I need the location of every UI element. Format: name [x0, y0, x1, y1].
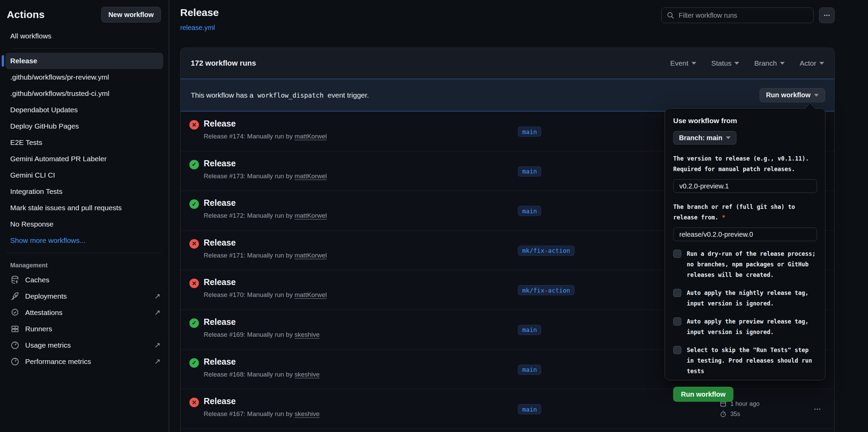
- sidebar-item-trusted-ci[interactable]: .github/workflows/trusted-ci.yml: [5, 85, 163, 102]
- version-input-label: The version to release (e.g., v0.1.11). …: [673, 153, 817, 175]
- new-workflow-button[interactable]: New workflow: [101, 7, 161, 22]
- run-subtitle: Release #174: Manually run by mattKorwel: [204, 133, 327, 140]
- success-icon: [189, 358, 199, 368]
- run-workflow-popover: Use workflow from Branch: main The versi…: [665, 108, 826, 380]
- run-title[interactable]: Release: [204, 238, 236, 248]
- preview-tag-option: Auto apply the preview release tag, inpu…: [673, 316, 817, 337]
- sidebar-item-integration-tests[interactable]: Integration Tests: [5, 183, 163, 200]
- run-title[interactable]: Release: [204, 317, 236, 327]
- actor-link[interactable]: mattKorwel: [294, 172, 327, 180]
- run-subtitle: Release #168: Manually run by skeshive: [204, 371, 320, 378]
- verified-icon: [10, 308, 20, 317]
- checkbox-label[interactable]: Auto apply the preview release tag, inpu…: [687, 316, 817, 337]
- actor-filter-dropdown[interactable]: Actor: [800, 59, 824, 67]
- sidebar-item-pr-review[interactable]: .github/workflows/pr-review.yml: [5, 69, 163, 85]
- run-duration: 35s: [730, 411, 740, 418]
- run-title[interactable]: Release: [204, 357, 236, 367]
- actor-link[interactable]: skeshive: [294, 410, 320, 417]
- actor-link[interactable]: skeshive: [294, 371, 320, 378]
- checkbox-label[interactable]: Run a dry-run of the release process; no…: [687, 249, 817, 280]
- sidebar-item-deploy-github-pages[interactable]: Deploy GitHub Pages: [5, 118, 163, 134]
- sidebar-item-gemini-cli-ci[interactable]: Gemini CLI CI: [5, 167, 163, 183]
- external-link-icon: ↗: [154, 341, 160, 350]
- branch-pill[interactable]: main: [518, 206, 541, 216]
- branch-pill[interactable]: mk/fix-action: [518, 246, 575, 256]
- runs-list-header: 172 workflow runs Event Status Branch Ac…: [181, 48, 834, 79]
- stopwatch-icon: [719, 410, 727, 418]
- workflow-file-link[interactable]: release.yml: [180, 24, 215, 32]
- run-kebab-menu-button[interactable]: [808, 404, 827, 414]
- checkbox-label[interactable]: Select to skip the "Run Tests" step in t…: [687, 345, 817, 377]
- ref-input[interactable]: [673, 228, 817, 241]
- branch-pill[interactable]: main: [518, 365, 541, 375]
- filter-workflow-runs-input[interactable]: [662, 8, 813, 23]
- branch-pill[interactable]: main: [518, 127, 541, 137]
- chevron-down-icon: [726, 136, 731, 139]
- dry-run-checkbox[interactable]: [673, 250, 681, 258]
- kebab-icon: [813, 405, 821, 413]
- run-title[interactable]: Release: [204, 396, 236, 406]
- meter-icon: [10, 357, 20, 366]
- run-meta: 1 hour ago 35s: [719, 399, 760, 419]
- sidebar-item-runners[interactable]: Runners: [0, 321, 169, 337]
- popover-title: Use workflow from: [673, 117, 817, 125]
- sidebar-item-gemini-pr-labeler[interactable]: Gemini Automated PR Labeler: [5, 151, 163, 167]
- sidebar-item-label: Deployments: [25, 292, 149, 300]
- actions-sidebar: Actions New workflow All workflows Relea…: [0, 0, 169, 432]
- management-section-label: Management: [0, 257, 169, 272]
- branch-pill[interactable]: main: [518, 166, 541, 177]
- run-title[interactable]: Release: [204, 198, 236, 208]
- external-link-icon: ↗: [154, 292, 160, 301]
- nightly-tag-checkbox[interactable]: [673, 289, 681, 297]
- branch-pill[interactable]: main: [518, 325, 541, 335]
- sidebar-item-release[interactable]: Release: [5, 53, 163, 69]
- sidebar-item-all-workflows[interactable]: All workflows: [5, 28, 163, 44]
- sidebar-item-attestations[interactable]: Attestations ↗: [0, 304, 169, 321]
- skip-tests-option: Select to skip the "Run Tests" step in t…: [673, 345, 817, 377]
- actor-link[interactable]: mattKorwel: [294, 252, 327, 259]
- run-subtitle: Release #173: Manually run by mattKorwel: [204, 172, 327, 180]
- sidebar-item-dependabot-updates[interactable]: Dependabot Updates: [5, 102, 163, 118]
- branch-pill[interactable]: main: [518, 404, 541, 414]
- sidebar-item-caches[interactable]: Caches: [0, 272, 169, 288]
- sidebar-item-label: Attestations: [25, 309, 149, 317]
- run-workflow-dropdown-button[interactable]: Run workflow: [760, 88, 825, 102]
- sidebar-item-performance-metrics[interactable]: Performance metrics ↗: [0, 353, 169, 370]
- actor-link[interactable]: mattKorwel: [294, 133, 327, 140]
- actor-link[interactable]: mattKorwel: [294, 291, 327, 298]
- preview-tag-checkbox[interactable]: [673, 317, 681, 326]
- status-filter-dropdown[interactable]: Status: [711, 59, 739, 67]
- sidebar-item-e2e-tests[interactable]: E2E Tests: [5, 134, 163, 151]
- actor-link[interactable]: mattKorwel: [294, 212, 327, 219]
- run-workflow-submit-button[interactable]: Run workflow: [673, 387, 733, 402]
- checkbox-label[interactable]: Auto apply the nightly release tag, inpu…: [687, 288, 817, 309]
- success-icon: [189, 318, 199, 328]
- sidebar-item-usage-metrics[interactable]: Usage metrics ↗: [0, 337, 169, 353]
- sidebar-item-no-response[interactable]: No Response: [5, 216, 163, 232]
- branch-pill[interactable]: mk/fix-action: [518, 285, 575, 295]
- branch-filter-dropdown[interactable]: Branch: [754, 59, 785, 67]
- run-title[interactable]: Release: [204, 119, 236, 129]
- run-title[interactable]: Release: [204, 277, 236, 287]
- sidebar-item-label: Performance metrics: [25, 358, 149, 366]
- page-kebab-menu-button[interactable]: [819, 7, 835, 23]
- workflow-run-row-partial: [181, 429, 834, 432]
- sidebar-item-mark-stale[interactable]: Mark stale issues and pull requests: [5, 200, 163, 216]
- version-input[interactable]: [673, 179, 817, 193]
- sidebar-item-label: Runners: [25, 325, 155, 333]
- chevron-down-icon: [780, 62, 785, 65]
- run-subtitle: Release #167: Manually run by skeshive: [204, 410, 320, 418]
- run-subtitle: Release #171: Manually run by mattKorwel: [204, 252, 327, 259]
- branch-select-button[interactable]: Branch: main: [673, 131, 736, 145]
- show-more-workflows-link[interactable]: Show more workflows...: [5, 232, 163, 249]
- sidebar-item-label: Usage metrics: [25, 341, 149, 349]
- event-filter-dropdown[interactable]: Event: [670, 59, 696, 67]
- selected-marker: [2, 55, 4, 67]
- actor-link[interactable]: skeshive: [294, 331, 320, 338]
- skip-tests-checkbox[interactable]: [673, 346, 681, 354]
- rocket-icon: [10, 292, 20, 301]
- workflow-dispatch-banner: This workflow has a workflow_dispatch ev…: [181, 79, 834, 112]
- sidebar-item-deployments[interactable]: Deployments ↗: [0, 288, 169, 304]
- run-title[interactable]: Release: [204, 159, 236, 168]
- required-asterisk: *: [722, 214, 725, 221]
